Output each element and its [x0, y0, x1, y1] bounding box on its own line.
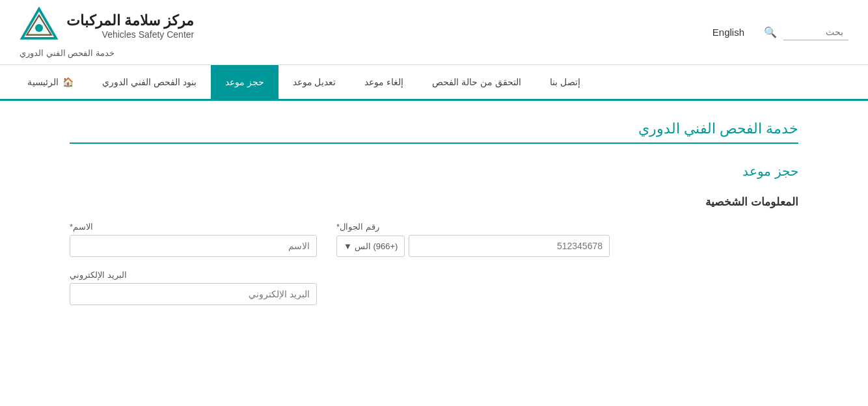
logo-title-en: Vehicles Safety Center	[66, 29, 194, 40]
nav-item-modify[interactable]: تعديل موعد	[278, 65, 351, 99]
search-icon[interactable]: 🔍	[764, 26, 777, 38]
nav-label-check: التحقق من حالة الفحص	[432, 77, 521, 87]
section-title: خدمة الفحص الفني الدوري	[70, 120, 798, 144]
header-right: مركز سلامة المركبات Vehicles Safety Cent…	[20, 7, 194, 58]
personal-info-title: المعلومات الشخصية	[70, 195, 798, 209]
nav-label-cancel: إلغاء موعد	[364, 77, 403, 87]
nav-label-home: الرئيسية	[27, 77, 59, 87]
header-left: 🔍 English	[712, 24, 848, 40]
form-row-email: البريد الإلكتروني	[70, 270, 798, 305]
name-label: الاسم*	[70, 222, 93, 232]
main-nav: 🏠 الرئيسية بنود الفحص الفني الدوري حجز م…	[0, 65, 868, 101]
email-label: البريد الإلكتروني	[70, 270, 127, 280]
nav-item-contact[interactable]: إتصل بنا	[536, 65, 595, 99]
logo-icon	[20, 7, 59, 46]
email-input[interactable]	[70, 283, 317, 305]
mobile-input-row: (+966) الس ▼	[336, 235, 610, 257]
nav-item-home[interactable]: 🏠 الرئيسية	[13, 65, 88, 99]
nav-item-periodic[interactable]: بنود الفحص الفني الدوري	[88, 65, 211, 99]
search-input[interactable]	[783, 24, 848, 40]
form-row-name-mobile: رقم الجوال* (+966) الس ▼ الاسم*	[70, 222, 798, 257]
nav-item-cancel[interactable]: إلغاء موعد	[350, 65, 418, 99]
nav-item-check[interactable]: التحقق من حالة الفحص	[418, 65, 536, 99]
home-icon: 🏠	[62, 77, 74, 87]
chevron-down-icon: ▼	[344, 241, 352, 251]
name-group: الاسم*	[70, 222, 317, 257]
nav-label-contact: إتصل بنا	[550, 77, 580, 87]
nav-label-book: حجز موعد	[225, 77, 264, 87]
logo-title-ar: مركز سلامة المركبات	[66, 12, 194, 29]
main-content: خدمة الفحص الفني الدوري حجز موعد المعلوم…	[44, 101, 824, 338]
email-group: البريد الإلكتروني	[70, 270, 317, 305]
nav-item-book[interactable]: حجز موعد	[211, 65, 278, 99]
country-code-label: (+966) الس	[355, 241, 398, 251]
mobile-label: رقم الجوال*	[336, 222, 379, 232]
logo-row: مركز سلامة المركبات Vehicles Safety Cent…	[20, 7, 194, 46]
svg-marker-3	[25, 12, 54, 36]
nav-label-periodic: بنود الفحص الفني الدوري	[102, 77, 197, 87]
phone-input[interactable]	[409, 235, 610, 257]
header: 🔍 English مركز سلامة المركبات Vehicles S…	[0, 0, 868, 65]
logo-text: مركز سلامة المركبات Vehicles Safety Cent…	[66, 12, 194, 40]
country-code-select[interactable]: (+966) الس ▼	[336, 236, 405, 257]
nav-label-modify: تعديل موعد	[293, 77, 336, 87]
name-input[interactable]	[70, 235, 317, 257]
language-toggle[interactable]: English	[712, 27, 744, 38]
form-title: حجز موعد	[70, 163, 798, 179]
header-subtitle: خدمة الفحص الفني الدوري	[20, 48, 115, 58]
mobile-group: رقم الجوال* (+966) الس ▼	[336, 222, 610, 257]
